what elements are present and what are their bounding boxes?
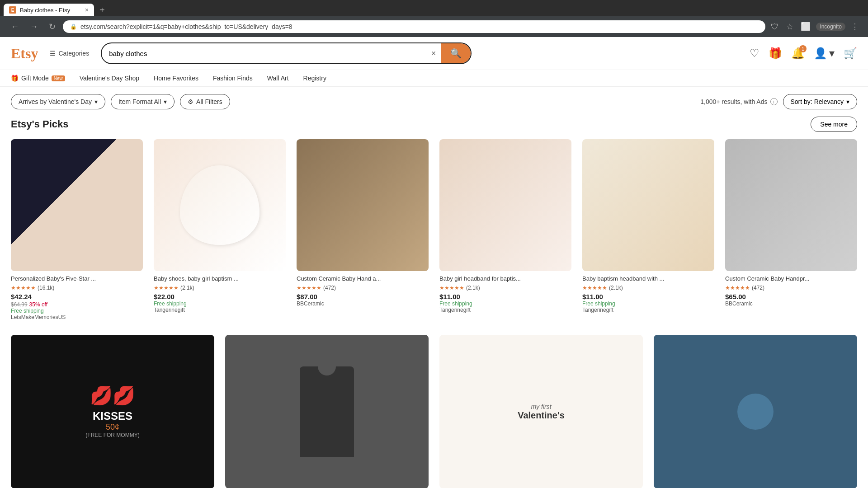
- discount-text: 35% off: [29, 301, 47, 308]
- nav-home-label: Home Favorites: [154, 75, 198, 82]
- product-price: $65.00: [725, 293, 857, 300]
- profile-chevron: ▾: [829, 47, 835, 60]
- product-card[interactable]: Baby girl headband for baptis... ★★★★★ (…: [439, 139, 571, 320]
- product-image: [725, 139, 857, 271]
- product-shipping: Free shipping: [439, 300, 571, 307]
- product-image: [11, 139, 143, 271]
- product-image: [297, 139, 429, 271]
- arrives-by-label: Arrives by Valentine's Day: [19, 98, 92, 105]
- product-seller: Tangerinegift: [439, 307, 571, 313]
- incognito-badge: Incognito: [816, 23, 845, 31]
- review-count: (2.1k): [180, 285, 194, 291]
- wishlist-icon[interactable]: ♡: [750, 47, 760, 60]
- product-original-price: $64.99 35% off: [11, 300, 143, 308]
- nav-registry-label: Registry: [303, 75, 326, 82]
- stars-icon: ★★★★★: [582, 285, 607, 291]
- more-options-icon[interactable]: ⋮: [849, 20, 861, 33]
- section-header: Etsy's Picks See more: [11, 117, 857, 132]
- product-image: [582, 139, 714, 271]
- product-shipping: Free shipping: [154, 300, 286, 307]
- product-image-placeholder: [725, 139, 857, 271]
- tab-close-button[interactable]: ×: [85, 6, 89, 14]
- hamburger-icon: ☰: [50, 50, 56, 57]
- tab-title: Baby clothes - Etsy: [20, 7, 81, 14]
- search-button[interactable]: 🔍: [441, 43, 471, 63]
- section-title: Etsy's Picks: [11, 118, 69, 130]
- product-card-bottom[interactable]: [225, 335, 429, 488]
- categories-button[interactable]: ☰ Categories: [45, 47, 94, 60]
- nav-item-gift-mode[interactable]: 🎁 Gift Mode New: [11, 75, 65, 82]
- product-price: $11.00: [439, 293, 571, 300]
- review-count: (2.1k): [609, 285, 623, 291]
- product-image-placeholder: [11, 139, 143, 271]
- product-image: [154, 139, 286, 271]
- search-bar[interactable]: × 🔍: [101, 42, 472, 64]
- search-clear-button[interactable]: ×: [426, 49, 442, 58]
- product-rating: ★★★★★ (16.1k): [11, 285, 143, 291]
- tab-favicon: E: [9, 6, 16, 14]
- product-card-bottom[interactable]: 💋💋 KISSES 50¢ (FREE FOR MOMMY): [11, 335, 214, 488]
- browser-nav-bar: ← → ↻ 🔒 etsy.com/search?explicit=1&q=bab…: [0, 16, 868, 37]
- nav-item-registry[interactable]: Registry: [303, 75, 326, 82]
- stars-icon: ★★★★★: [297, 285, 321, 291]
- profile-switch-icon[interactable]: ⬜: [799, 20, 812, 33]
- nav-item-valentines[interactable]: Valentine's Day Shop: [80, 75, 139, 82]
- product-rating: ★★★★★ (2.1k): [154, 285, 286, 291]
- product-card[interactable]: Baby baptism headband with ... ★★★★★ (2.…: [582, 139, 714, 320]
- original-price: $64.99: [11, 301, 28, 308]
- product-card[interactable]: Personalized Baby's Five-Star ... ★★★★★ …: [11, 139, 143, 320]
- arrives-by-chevron: ▾: [94, 98, 98, 105]
- new-tab-button[interactable]: +: [96, 5, 108, 15]
- product-rating: ★★★★★ (2.1k): [439, 285, 571, 291]
- shield-icon[interactable]: 🛡: [769, 20, 781, 33]
- active-tab[interactable]: E Baby clothes - Etsy ×: [4, 4, 94, 16]
- stars-icon: ★★★★★: [11, 285, 36, 291]
- results-info: 1,000+ results, with Ads i: [700, 98, 777, 105]
- product-price: $11.00: [582, 293, 714, 300]
- back-button[interactable]: ←: [7, 20, 23, 33]
- categories-label: Categories: [58, 50, 89, 57]
- product-seller: Tangerinegift: [582, 307, 714, 313]
- reload-button[interactable]: ↻: [45, 20, 59, 33]
- product-title: Baby baptism headband with ...: [582, 275, 714, 283]
- nav-valentines-label: Valentine's Day Shop: [80, 75, 139, 82]
- notification-badge: 1: [799, 45, 807, 52]
- product-card-bottom[interactable]: [654, 335, 857, 488]
- forward-button[interactable]: →: [26, 20, 42, 33]
- category-nav: 🎁 Gift Mode New Valentine's Day Shop Hom…: [0, 70, 868, 87]
- item-format-chevron: ▾: [164, 98, 167, 105]
- url-text: etsy.com/search?explicit=1&q=baby+clothe…: [80, 23, 758, 30]
- sort-button[interactable]: Sort by: Relevancy ▾: [783, 94, 858, 109]
- results-info-icon[interactable]: i: [770, 98, 778, 105]
- nav-item-home-favorites[interactable]: Home Favorites: [154, 75, 198, 82]
- all-filters-button[interactable]: ⚙ All Filters: [180, 94, 230, 109]
- product-card[interactable]: Custom Ceramic Baby Hand a... ★★★★★ (472…: [297, 139, 429, 320]
- gift-icon[interactable]: 🎁: [769, 47, 782, 60]
- product-image-placeholder: [154, 139, 286, 271]
- search-input[interactable]: [102, 45, 425, 62]
- notifications-icon[interactable]: 🔔 1: [791, 47, 805, 60]
- product-rating: ★★★★★ (2.1k): [582, 285, 714, 291]
- nav-item-wall-art[interactable]: Wall Art: [267, 75, 289, 82]
- address-bar[interactable]: 🔒 etsy.com/search?explicit=1&q=baby+clot…: [63, 20, 765, 33]
- etsy-logo[interactable]: Etsy: [11, 45, 38, 62]
- tab-bar: E Baby clothes - Etsy × +: [0, 0, 868, 16]
- product-image-placeholder: [297, 139, 429, 271]
- nav-wall-art-label: Wall Art: [267, 75, 289, 82]
- see-more-button[interactable]: See more: [811, 117, 857, 132]
- product-card[interactable]: Baby shoes, baby girl baptism ... ★★★★★ …: [154, 139, 286, 320]
- nav-fashion-label: Fashion Finds: [213, 75, 253, 82]
- bookmark-icon[interactable]: ☆: [784, 20, 795, 33]
- arrives-by-filter[interactable]: Arrives by Valentine's Day ▾: [11, 94, 105, 109]
- products-section: Etsy's Picks See more Personalized Baby'…: [0, 117, 868, 488]
- product-card-bottom[interactable]: my first Valentine's: [439, 335, 643, 488]
- cart-icon[interactable]: 🛒: [844, 47, 857, 60]
- nav-item-fashion[interactable]: Fashion Finds: [213, 75, 253, 82]
- header-icons: ♡ 🎁 🔔 1 👤 ▾ 🛒: [750, 47, 857, 60]
- gift-mode-icon: 🎁: [11, 75, 19, 82]
- profile-icon[interactable]: 👤 ▾: [814, 47, 835, 60]
- product-card[interactable]: Custom Ceramic Baby Handpr... ★★★★★ (472…: [725, 139, 857, 320]
- lock-icon: 🔒: [70, 23, 77, 30]
- browser-action-icons: 🛡 ☆ ⬜ Incognito ⋮: [769, 20, 861, 33]
- item-format-filter[interactable]: Item Format All ▾: [111, 94, 175, 109]
